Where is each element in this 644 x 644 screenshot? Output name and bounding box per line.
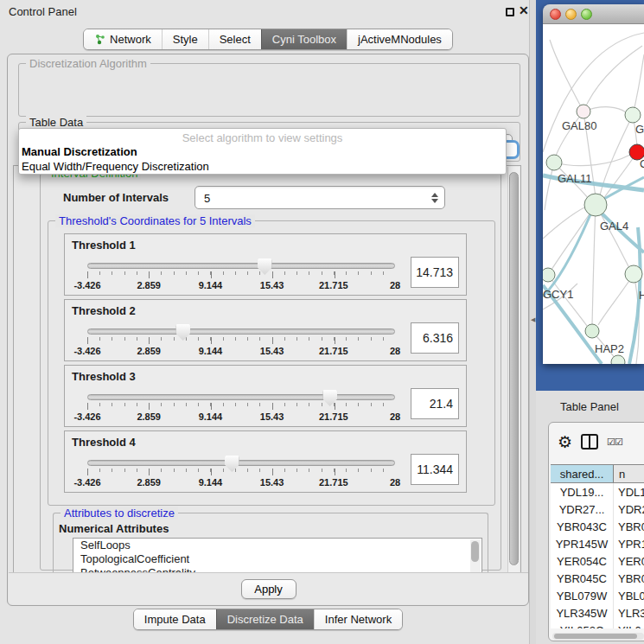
tick-label: -3.426	[73, 280, 100, 290]
threshold-3-value-field[interactable]: 21.4	[411, 388, 459, 419]
panel-splitter[interactable]: ◀	[529, 0, 536, 644]
table-row[interactable]: YDR27...YDR2	[551, 501, 644, 518]
tab-jactivemnodules[interactable]: jActiveMNodules	[347, 29, 452, 49]
splitter-arrow-icon[interactable]: ◀	[531, 316, 535, 323]
bottom-tab-strip: Impute Data Discretize Data Infer Networ…	[0, 609, 536, 630]
column-header-shared-name[interactable]: shared...	[551, 465, 614, 482]
gear-icon[interactable]: ⚙	[558, 434, 572, 450]
network-window: GAL80 GA C GAL11 GAL4 GCY1 H HAP2	[543, 4, 644, 364]
node-label: H	[639, 289, 644, 302]
table-row[interactable]: YBR045CYBR0	[551, 570, 644, 587]
threshold-3-label: Threshold 3	[72, 370, 136, 383]
slider-track[interactable]	[87, 328, 395, 335]
table-row[interactable]: YBR043CYBR0	[551, 518, 644, 535]
network-canvas[interactable]: GAL80 GA C GAL11 GAL4 GCY1 H HAP2	[543, 24, 644, 364]
threshold-1-value-field[interactable]: 14.713	[411, 257, 459, 288]
network-window-titlebar[interactable]	[543, 4, 644, 24]
threshold-4-slider[interactable]: -3.426 2.859 9.144 15.43 21.715 28	[87, 460, 395, 488]
top-tab-strip: Network Style Select Cyni Toolbox jActiv…	[0, 29, 536, 50]
threshold-4-label: Threshold 4	[72, 436, 136, 449]
tick-label: 9.144	[199, 411, 223, 422]
tab-network[interactable]: Network	[84, 29, 162, 49]
threshold-1-row: Threshold 1 -3.426 2.859 9.144 15.43 21.…	[64, 233, 467, 296]
network-node[interactable]	[625, 107, 641, 123]
table-horizontal-scrollbar[interactable]	[552, 633, 644, 640]
tick-label: 21.715	[319, 280, 348, 290]
table-data-label: Table Data	[26, 116, 86, 129]
tab-impute-data[interactable]: Impute Data	[134, 609, 216, 629]
tick-label: 2.859	[137, 477, 161, 488]
network-node[interactable]	[546, 155, 562, 170]
table-panel-title: Table Panel	[560, 400, 619, 413]
tick-label: -3.426	[73, 411, 100, 422]
list-scrollbar[interactable]	[470, 539, 481, 576]
slider-track[interactable]	[87, 394, 395, 400]
threshold-4-row: Threshold 4 -3.426 2.859 9.144 15.43 21.…	[64, 430, 467, 493]
split-view-icon[interactable]	[581, 434, 598, 450]
tick-label: 2.859	[137, 280, 161, 290]
list-item[interactable]: SelfLoops	[73, 539, 481, 552]
table-row[interactable]: YLR345WYLR3	[551, 604, 644, 622]
tick-label: 9.144	[199, 477, 223, 488]
table-row[interactable]: YER054CYER0	[551, 552, 644, 570]
float-window-icon[interactable]	[506, 8, 514, 16]
tick-label: 28	[390, 280, 400, 290]
discretization-algorithm-label: Discretization Algorithm	[26, 57, 150, 70]
scrollbar-thumb[interactable]	[509, 172, 519, 565]
tick-label: 28	[390, 477, 400, 488]
interval-definition-group: Interval Definition Number of Intervals …	[40, 173, 501, 571]
column-header-name[interactable]: n	[614, 465, 644, 482]
network-node[interactable]	[584, 194, 607, 216]
list-item[interactable]: TopologicalCoefficient	[73, 552, 481, 566]
threshold-2-value-field[interactable]: 6.316	[411, 322, 459, 354]
tab-style[interactable]: Style	[162, 29, 208, 49]
threshold-4-value-field[interactable]: 11.344	[411, 454, 459, 485]
network-node[interactable]	[625, 265, 642, 283]
node-label: GA	[635, 123, 644, 136]
network-node[interactable]	[585, 324, 599, 338]
number-of-intervals-spinner[interactable]: 5	[194, 186, 445, 209]
select-columns-icon[interactable]: ☑☑	[607, 437, 622, 448]
tab-cyni-toolbox[interactable]: Cyni Toolbox	[261, 29, 347, 49]
table-toolbar: ⚙ ☑☑	[549, 423, 644, 461]
menu-item-manual-discretization[interactable]: Manual Discretization	[22, 145, 137, 158]
scrollbar-thumb[interactable]	[554, 634, 637, 639]
slider-track[interactable]	[87, 263, 395, 269]
table-row[interactable]: YBL079WYBL0	[551, 587, 644, 604]
menu-item-equal-width-frequency[interactable]: Equal Width/Frequency Discretization	[22, 160, 209, 173]
zoom-traffic-light-icon[interactable]	[581, 9, 592, 20]
table-header-row: shared... n	[551, 464, 644, 483]
apply-bar: Apply	[9, 572, 528, 604]
tab-infer-network[interactable]: Infer Network	[314, 609, 402, 629]
tab-network-label: Network	[110, 33, 151, 46]
slider-ticks	[87, 469, 395, 476]
settings-scrollbar[interactable]	[507, 167, 520, 574]
tab-select[interactable]: Select	[208, 29, 261, 49]
tab-discretize-data[interactable]: Discretize Data	[216, 609, 314, 629]
threshold-2-slider[interactable]: -3.426 2.859 9.144 15.43 21.715 28	[87, 328, 395, 357]
minimize-traffic-light-icon[interactable]	[565, 9, 577, 20]
network-node[interactable]	[611, 355, 625, 364]
tick-label: 15.43	[260, 346, 284, 356]
table-panel: ⚙ ☑☑ shared... n YDL19...YDL1 YDR27...YD…	[548, 422, 644, 641]
threshold-3-slider[interactable]: -3.426 2.859 9.144 15.43 21.715 28	[87, 394, 395, 423]
table-row[interactable]: YIL052CYIL0	[551, 622, 644, 628]
tick-label: 21.715	[319, 477, 348, 488]
attributes-to-discretize-label: Attributes to discretize	[61, 507, 178, 520]
threshold-1-slider[interactable]: -3.426 2.859 9.144 15.43 21.715 28	[87, 263, 395, 291]
algorithm-hint: Select algorithm to view settings	[19, 131, 506, 144]
network-node[interactable]	[577, 105, 590, 118]
table-row[interactable]: YPR145WYPR1	[551, 535, 644, 552]
node-label: C	[640, 157, 644, 170]
apply-button[interactable]: Apply	[241, 579, 296, 599]
threshold-coordinates-label: Threshold's Coordinates for 5 Intervals	[55, 214, 255, 227]
tick-label: -3.426	[73, 346, 100, 356]
table-row[interactable]: YDL19...YDL1	[551, 483, 644, 501]
network-node[interactable]	[543, 268, 555, 282]
close-icon[interactable]: ✕	[519, 3, 529, 17]
slider-ticks	[87, 337, 395, 345]
slider-track[interactable]	[87, 460, 395, 466]
node-label: GAL4	[600, 220, 628, 233]
slider-ticks	[87, 271, 395, 279]
close-traffic-light-icon[interactable]	[550, 9, 561, 20]
